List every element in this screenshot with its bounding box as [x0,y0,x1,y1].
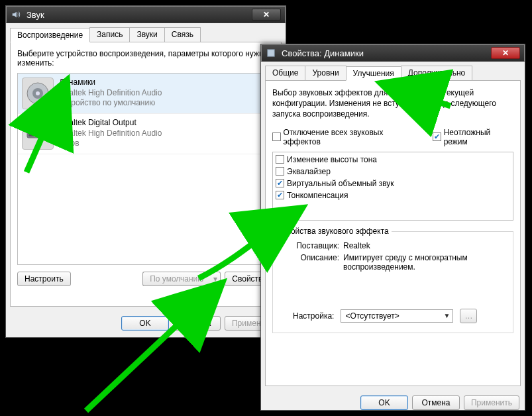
desc-value: Имитирует среду с многократным воспроизв… [343,253,496,272]
ok-button[interactable]: OK [121,316,169,331]
effect-label: Эквалайзер [287,167,331,176]
effect-eq-row[interactable]: Эквалайзер [276,166,510,178]
desc-label: Описание: [289,253,339,262]
sound-tabs: Воспроизведение Запись Звуки Связь [10,27,282,42]
device-name: Динамики [59,78,162,88]
effect-pitch-checkbox[interactable] [276,155,284,164]
tab-sounds[interactable]: Звуки [129,27,164,42]
properties-sysicon [266,48,276,58]
cancel-button[interactable]: Отмена [173,316,221,331]
device-driver: Realtek High Definition Audio [59,88,162,99]
sound-title: Звук [24,10,252,20]
disable-all-row[interactable]: Отключение всех звуковых эффектов [272,127,417,148]
close-button[interactable]: ✕ [252,9,281,21]
svg-rect-7 [268,50,275,57]
cancel-button[interactable]: Отмена [412,395,460,410]
titlebar-properties[interactable]: Свойства: Динамики ✕ [261,44,525,62]
effect-surround-checkbox[interactable] [276,179,284,187]
provider-value: Realtek [343,241,370,250]
effect-loudness-checkbox[interactable] [276,191,284,199]
sound-prompt: Выберите устройство воспроизведения, пар… [17,49,274,68]
props-tab-body: Выбор звуковых эффектов для применения к… [265,80,521,386]
enhancements-description: Выбор звуковых эффектов для применения к… [272,87,513,120]
svg-point-2 [36,91,40,95]
sound-buttons: OK Отмена Применить [6,311,286,336]
sound-tab-body: Выберите устройство воспроизведения, пар… [10,42,282,307]
ok-button[interactable]: OK [360,395,408,410]
effect-loudness-row[interactable]: Тонкомпенсация [276,189,510,201]
effect-label: Тонкомпенсация [287,191,348,200]
effect-props-group: Свойства звукового эффекта Поставщик: Re… [272,231,513,333]
setting-combo[interactable]: <Отсутствует> ▼ [341,309,453,323]
svg-point-3 [44,99,54,110]
urgent-mode-label: Неотложный режим [444,128,513,146]
disable-all-label: Отключение всех звуковых эффектов [284,128,417,146]
tab-advanced[interactable]: Дополнительно [401,66,472,80]
sound-sysicon [11,9,21,20]
disable-all-checkbox[interactable] [272,132,281,141]
setting-label: Настройка: [293,311,334,321]
tab-levels[interactable]: Уровни [305,66,346,80]
device-speakers[interactable]: Динамики Realtek High Definition Audio У… [18,74,274,114]
props-buttons: OK Отмена Применить [261,390,525,415]
speaker-icon [22,78,54,109]
default-button[interactable]: По умолчанию [142,272,210,286]
tab-communications[interactable]: Связь [164,27,201,42]
effect-eq-checkbox[interactable] [276,167,284,176]
default-check-icon [43,99,55,111]
device-driver: Realtek High Definition Audio [59,129,162,139]
properties-window: Свойства: Динамики ✕ Общие Уровни Улучше… [260,44,525,411]
device-status: Готов [59,138,162,149]
apply-button[interactable]: Применить [464,395,519,410]
provider-label: Поставщик: [289,241,339,250]
sound-window: Звук ✕ Воспроизведение Запись Звуки Связ… [5,5,286,338]
effect-label: Виртуальный объемный звук [287,179,394,188]
setting-more-button[interactable]: … [460,309,477,323]
configure-button[interactable]: Настроить [17,272,71,286]
effect-pitch-row[interactable]: Изменение высоты тона [276,154,510,166]
tab-playback[interactable]: Воспроизведение [10,28,90,42]
urgent-mode-row[interactable]: Неотложный режим [433,127,513,148]
effects-list[interactable]: Изменение высоты тона Эквалайзер Виртуал… [272,152,513,221]
close-button[interactable]: ✕ [491,47,520,59]
chevron-down-icon: ▼ [444,312,451,319]
props-tabs: Общие Уровни Улучшения Дополнительно [265,66,521,80]
device-name: Realtek Digital Output [59,118,162,129]
titlebar-sound[interactable]: Звук ✕ [6,6,286,23]
group-legend: Свойства звукового эффекта [278,227,392,236]
device-list[interactable]: Динамики Realtek High Definition Audio У… [17,73,274,265]
tab-enhancements[interactable]: Улучшения [346,66,401,81]
effect-label: Изменение высоты тона [287,155,377,164]
tab-general[interactable]: Общие [265,66,305,80]
urgent-mode-checkbox[interactable] [433,132,441,141]
device-status: Устройство по умолчанию [59,98,162,109]
digital-output-icon [22,118,54,150]
setting-value: <Отсутствует> [345,311,399,321]
default-caret[interactable]: ▾ [210,272,221,286]
svg-rect-6 [30,132,34,134]
effect-surround-row[interactable]: Виртуальный объемный звук [276,178,510,189]
tab-recording[interactable]: Запись [89,27,130,42]
properties-title: Свойства: Динамики [279,48,491,58]
device-digital-output[interactable]: Realtek Digital Output Realtek High Defi… [18,114,274,154]
